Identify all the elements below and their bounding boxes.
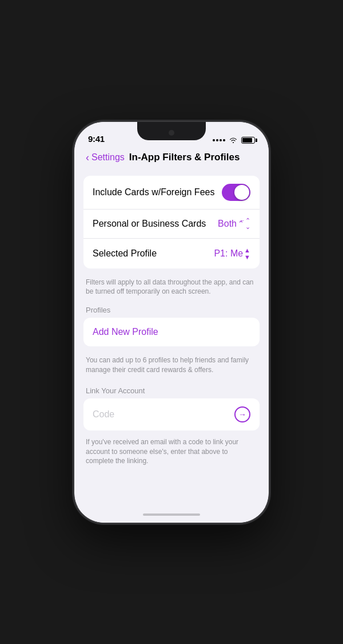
phone-screen: 9:41 ‹ Settings In-App Fi (74, 122, 269, 523)
personal-business-label: Personal or Business Cards (93, 219, 206, 229)
toggle-thumb (234, 185, 249, 200)
content-area: Include Cards w/Foreign Fees Personal or… (74, 169, 269, 507)
page-title: In-App Filters & Profiles (129, 152, 240, 163)
filters-card: Include Cards w/Foreign Fees Personal or… (83, 176, 260, 268)
back-chevron-icon: ‹ (86, 152, 89, 163)
battery-icon (241, 137, 255, 144)
wifi-icon (229, 137, 238, 144)
home-indicator (74, 507, 269, 523)
personal-business-value-text: Both (218, 219, 237, 229)
personal-business-value[interactable]: Both ⌃̈ ⌃⌄ (218, 218, 250, 230)
code-submit-button[interactable]: → (234, 406, 250, 422)
personal-business-row[interactable]: Personal or Business Cards Both ⌃̈ ⌃⌄ (83, 210, 260, 239)
back-label: Settings (91, 152, 125, 163)
personal-business-chevron-icon: ⌃̈ (238, 220, 244, 227)
status-icons (213, 137, 255, 144)
camera-dot (169, 130, 174, 136)
link-account-label: Link Your Account (83, 382, 260, 398)
profiles-helper-text: You can add up to 6 profiles to help fri… (83, 351, 260, 382)
selected-profile-value[interactable]: P1: Me ▲▼ (214, 247, 250, 260)
include-cards-toggle[interactable] (222, 184, 250, 201)
add-profile-label: Add New Profile (93, 327, 158, 337)
code-input-placeholder: Code (93, 409, 114, 420)
updown-arrows-icon: ⌃⌄ (245, 218, 250, 230)
status-time: 9:41 (88, 134, 105, 144)
filters-helper-text: Filters will apply to all data throughou… (83, 273, 260, 304)
link-helper-text: If you've received an email with a code … (83, 435, 260, 466)
include-cards-label: Include Cards w/Foreign Fees (93, 187, 214, 197)
add-profile-card[interactable]: Add New Profile (83, 318, 260, 346)
code-input-card[interactable]: Code → (83, 398, 260, 430)
selected-profile-value-text: P1: Me (214, 248, 243, 259)
phone-frame: 9:41 ‹ Settings In-App Fi (74, 122, 269, 523)
profile-updown-icon: ▲▼ (244, 247, 250, 260)
nav-bar: ‹ Settings In-App Filters & Profiles (74, 147, 269, 169)
include-cards-row: Include Cards w/Foreign Fees (83, 176, 260, 210)
signal-icon (213, 139, 225, 141)
selected-profile-label: Selected Profile (93, 248, 157, 259)
arrow-right-icon: → (238, 410, 246, 418)
home-bar (143, 513, 200, 516)
profiles-section-label: Profiles (83, 303, 260, 318)
selected-profile-row[interactable]: Selected Profile P1: Me ▲▼ (83, 239, 260, 268)
back-button[interactable]: ‹ Settings (86, 152, 125, 163)
